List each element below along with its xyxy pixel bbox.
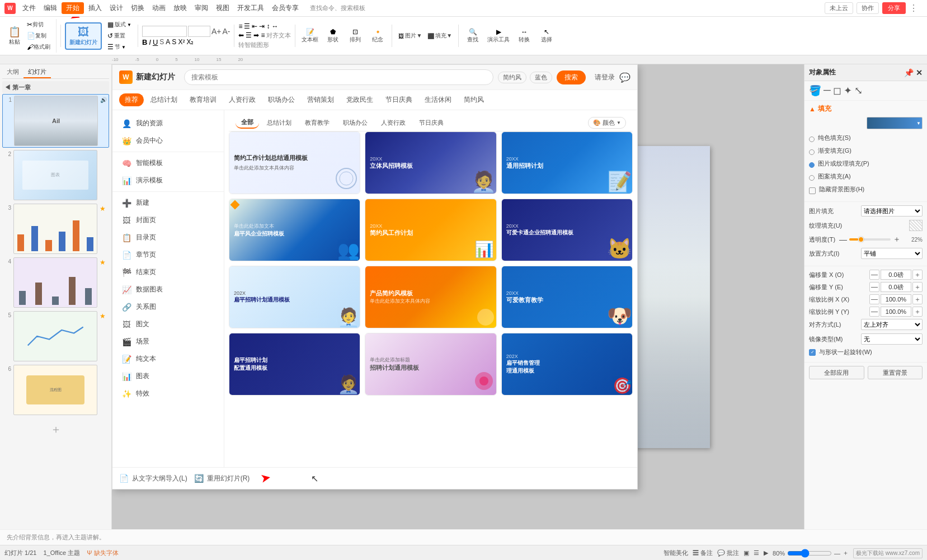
scale-y-minus[interactable]: — (869, 307, 879, 317)
comment-btn[interactable]: ☰ 备注 (693, 549, 713, 557)
slide3-star-icon[interactable]: ★ (100, 205, 106, 213)
sidebar-scene[interactable]: 🎬 场景 (112, 333, 224, 350)
import-outline-btn[interactable]: 📄 从文字大纲导入(L) (119, 474, 187, 483)
image-fill-select[interactable]: 请选择图片 (861, 205, 923, 217)
strikethrough-btn[interactable]: S (159, 38, 164, 46)
template-card-1[interactable]: 简约工作计划总结通用模板 单击此处添加文本具体内容 (229, 131, 360, 194)
offset-y-minus[interactable]: — (869, 282, 879, 292)
template-card-6[interactable]: 20XX 可爱卡通企业招聘通用模板 🐱 (501, 199, 633, 261)
superscript-btn[interactable]: X² (178, 38, 185, 46)
sub-cat-festival[interactable]: 节日庆典 (413, 117, 449, 128)
sub-cat-education[interactable]: 教育教学 (299, 117, 335, 128)
search-command[interactable]: 查找命令、搜索模板 (310, 4, 365, 12)
section-btn[interactable]: ☰节▼ (105, 42, 134, 52)
transparency-slider[interactable] (849, 238, 891, 241)
template-card-7[interactable]: 202X 扁平招聘计划通用模板 🧑‍💼 (229, 266, 360, 328)
template-card-5[interactable]: 20XX 简约风工作计划 📊 (365, 199, 496, 261)
menu-dev[interactable]: 开发工具 (234, 2, 267, 14)
align-left-btn[interactable]: ⬅ (238, 31, 244, 40)
zoom-slider[interactable] (787, 549, 832, 558)
template-card-3[interactable]: 20XX 通用招聘计划 📝 (501, 131, 633, 194)
radio-picture[interactable] (809, 162, 815, 168)
indent-dec-btn[interactable]: ⇤ (252, 22, 257, 30)
template-card-2[interactable]: 20XX 立体风招聘模板 🧑‍💼 (365, 131, 496, 194)
align-select[interactable]: 左上对齐 (861, 319, 923, 330)
menu-design[interactable]: 设计 (106, 2, 126, 14)
menu-view[interactable]: 视图 (213, 2, 233, 14)
indent-inc-btn[interactable]: ⇥ (259, 22, 265, 30)
glow-icon[interactable]: ✦ (844, 84, 852, 97)
font-warn[interactable]: Ψ 缺失字体 (87, 549, 118, 557)
reset-btn[interactable]: ↺重置 (105, 31, 134, 41)
cat-tab-workplace[interactable]: 职场办公 (262, 93, 300, 106)
memo-btn[interactable]: 🔸 纪念 (368, 27, 388, 45)
font-family-select[interactable] (142, 26, 187, 37)
outline-view-icon[interactable]: ☰ (754, 549, 759, 557)
add-slide-btn[interactable]: ＋ (50, 422, 62, 437)
cut-btn[interactable]: ✂ 剪切 (25, 20, 53, 30)
menu-switch[interactable]: 切换 (128, 2, 148, 14)
template-card-8[interactable]: 产品简约风模板 单击此处添加文本具体内容 (365, 266, 496, 328)
align-right-btn[interactable]: ➡ (253, 31, 259, 40)
layout-btn[interactable]: ▦版式▼ (105, 20, 134, 30)
menu-slideshow[interactable]: 放映 (170, 2, 190, 14)
more-icon[interactable]: ⋮ (909, 3, 918, 13)
sub-cat-workplace[interactable]: 职场办公 (337, 117, 373, 128)
cat-tab-education[interactable]: 教育培训 (184, 93, 222, 106)
slide-item-2[interactable]: 2 图表 (2, 149, 109, 201)
scale-x-plus[interactable]: ＋ (912, 294, 923, 304)
mirror-select[interactable]: 无 (861, 333, 923, 345)
sidebar-new[interactable]: ➕ 新建 (112, 194, 224, 211)
sub-cat-hr[interactable]: 人资行政 (375, 117, 411, 128)
numlist-btn[interactable]: ☰ (244, 22, 250, 30)
message-icon[interactable]: 💬 (619, 72, 630, 83)
list-btn[interactable]: ≡ (238, 22, 242, 30)
sub-cat-all[interactable]: 全部 (236, 117, 259, 129)
cat-tab-government[interactable]: 党政民生 (341, 93, 379, 106)
text-direction-btn[interactable]: ↔ (271, 22, 278, 30)
convert-btn[interactable]: ↔ 转换 (514, 27, 534, 45)
cat-tab-simple[interactable]: 简约风 (458, 93, 490, 106)
cloud-btn[interactable]: 未上云 (825, 2, 853, 14)
radio-gradient[interactable] (809, 149, 815, 155)
normal-view-icon[interactable]: ▣ (744, 549, 749, 557)
scale-x-minus[interactable]: — (869, 294, 879, 304)
sidebar-chart[interactable]: 📊 图表 (112, 368, 224, 385)
sidebar-toc[interactable]: 📋 目录页 (112, 229, 224, 246)
sidebar-relation[interactable]: 🔗 关系图 (112, 298, 224, 316)
cat-tab-recommend[interactable]: 推荐 (119, 93, 144, 106)
sidebar-graphic[interactable]: 🖼 图文 (112, 316, 224, 333)
texture-swatch[interactable] (909, 220, 923, 231)
transparency-minus-btn[interactable]: — (839, 235, 847, 244)
radio-pattern[interactable] (809, 175, 815, 181)
reuse-slide-btn[interactable]: 🔄 重用幻灯片(R) (194, 474, 250, 483)
zoom-out-btn[interactable]: — (834, 550, 840, 557)
template-search-input[interactable] (184, 69, 493, 85)
slides-tab[interactable]: 幻灯片 (23, 67, 51, 78)
find-btn[interactable]: 🔍 查找 (463, 27, 483, 45)
cat-tab-summary[interactable]: 总结计划 (145, 93, 183, 106)
sidebar-cover[interactable]: 🖼 封面页 (112, 211, 224, 229)
menu-edit[interactable]: 编辑 (40, 2, 60, 14)
slide-item-6[interactable]: 6 流程图 (2, 364, 109, 416)
sidebar-end[interactable]: 🏁 结束页 (112, 263, 224, 281)
scale-y-plus[interactable]: ＋ (912, 307, 923, 317)
slide-item-1[interactable]: 1 AiI 🔊 (2, 94, 109, 148)
format-painter-btn[interactable]: 🖌 格式刷 (25, 42, 53, 52)
placement-select[interactable]: 平铺 (861, 248, 923, 259)
menu-file[interactable]: 文件 (19, 2, 39, 14)
share-button[interactable]: 分享 (882, 2, 906, 14)
slide-show-icon[interactable]: ▶ (764, 549, 768, 557)
fill-color-picker[interactable]: ▼ (867, 117, 923, 129)
menu-review[interactable]: 审阅 (191, 2, 211, 14)
style-tag-blue[interactable]: 蓝色 (530, 72, 552, 83)
offset-x-minus[interactable]: — (869, 270, 879, 280)
paste-btn[interactable]: 📋 粘贴 (6, 25, 23, 47)
font-size-select[interactable] (188, 26, 210, 37)
review-btn[interactable]: 💬 批注 (717, 549, 739, 557)
slide-item-3[interactable]: 3 ★ (2, 203, 109, 255)
shadow-btn[interactable]: S (172, 38, 176, 46)
collab-btn[interactable]: 协作 (857, 2, 879, 14)
img-btn[interactable]: 🖼图片▼ (396, 31, 424, 41)
slide4-star-icon[interactable]: ★ (100, 258, 106, 266)
